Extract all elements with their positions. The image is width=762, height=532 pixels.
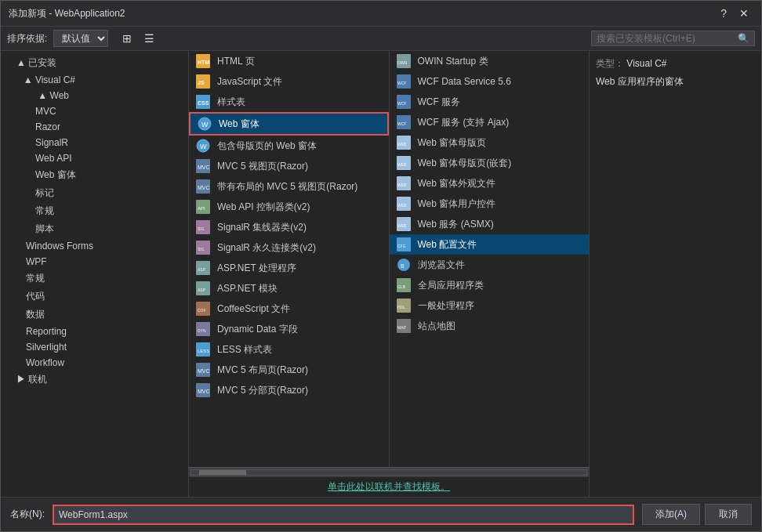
item-wcf-service[interactable]: WCF WCF 服务: [390, 92, 590, 112]
item-global[interactable]: GLB 全局应用程序类: [390, 275, 590, 295]
close-button[interactable]: ✕: [735, 5, 753, 21]
type-label: 类型：: [596, 58, 624, 69]
grid-view-button[interactable]: ⊞: [118, 30, 136, 47]
search-input[interactable]: [597, 33, 738, 44]
item-coffeescript[interactable]: COF CoffeeScript 文件: [189, 299, 389, 319]
sidebar-item-silverlight[interactable]: Silverlight: [1, 339, 188, 355]
wcf-icon: WCF: [396, 94, 412, 110]
item-label: HTML 页: [217, 55, 383, 68]
sidebar-item-code[interactable]: 代码: [1, 288, 188, 306]
item-aspnet-handler[interactable]: ASP ASP.NET 处理程序: [189, 258, 389, 278]
item-aspnet-module[interactable]: ASP ASP.NET 模块: [189, 278, 389, 299]
item-web-service[interactable]: WEB Web 服务 (ASMX): [390, 214, 590, 234]
sort-label: 排序依据:: [7, 32, 47, 45]
cancel-button[interactable]: 取消: [705, 504, 752, 525]
item-webapi-controller[interactable]: API Web API 控制器类(v2): [189, 197, 389, 217]
svg-text:CFG: CFG: [397, 244, 406, 248]
svg-text:MVC: MVC: [198, 368, 210, 374]
item-label: Web 窗体外观文件: [418, 177, 583, 190]
view-toggle: ⊞ ☰: [118, 30, 159, 47]
sidebar-item-webapi[interactable]: Web API: [1, 150, 188, 166]
item-web-form[interactable]: W Web 窗体: [189, 112, 389, 136]
svg-text:WEB: WEB: [397, 162, 407, 167]
list-view-button[interactable]: ☰: [140, 30, 159, 47]
mvc-partial-icon: MVC: [195, 382, 211, 398]
sidebar-item-general[interactable]: 常规: [1, 270, 188, 288]
sidebar-item-workflow[interactable]: Workflow: [1, 355, 188, 371]
sidebar-item-mvc[interactable]: MVC: [1, 103, 188, 119]
svg-text:W: W: [200, 143, 207, 150]
type-info: 类型： Visual C#: [596, 57, 755, 71]
css-icon: CSS: [195, 94, 211, 110]
item-web-master[interactable]: WEB Web 窗体母版页: [390, 132, 590, 153]
online-link[interactable]: 单击此处以联机并查找模板。: [328, 481, 450, 492]
sidebar-item-tags[interactable]: 标记: [1, 184, 188, 202]
item-sitemap[interactable]: MAP 站点地图: [390, 316, 590, 336]
sidebar-item-scripts[interactable]: 脚本: [1, 220, 188, 238]
sidebar-installed[interactable]: ▲ 已安装: [1, 54, 188, 72]
main-content: ▲ 已安装 ▲ Visual C# ▲ Web MVC Razor Signal…: [1, 51, 761, 497]
sort-select[interactable]: 默认值: [53, 30, 108, 47]
webform-icon: W: [197, 116, 212, 132]
help-button[interactable]: ?: [716, 5, 731, 21]
less-icon: LESS: [195, 342, 211, 357]
svg-text:MVC: MVC: [198, 389, 210, 394]
toolbar: 排序依据: 默认值 ⊞ ☰ 🔍: [1, 27, 761, 51]
item-label: SignalR 永久连接类(v2): [217, 241, 383, 255]
item-wcf-ajax[interactable]: WCF WCF 服务 (支持 Ajax): [390, 112, 590, 132]
item-web-skin[interactable]: WEB Web 窗体外观文件: [390, 173, 590, 194]
sidebar-item-common[interactable]: 常规: [1, 202, 188, 220]
sidebar-item-data[interactable]: 数据: [1, 306, 188, 324]
svg-text:W: W: [201, 121, 209, 128]
svg-text:WEB: WEB: [397, 223, 407, 228]
web-master-icon: WEB: [396, 135, 412, 150]
sidebar-item-razor[interactable]: Razor: [1, 119, 188, 135]
sidebar-item-reporting[interactable]: Reporting: [1, 324, 188, 339]
sidebar-web[interactable]: ▲ Web: [1, 88, 188, 103]
item-web-master-nested[interactable]: WEB Web 窗体母版页(嵌套): [390, 153, 590, 173]
desc-info: Web 应用程序的窗体: [596, 75, 755, 89]
item-webform-master[interactable]: W 包含母版页的 Web 窗体: [189, 136, 389, 156]
item-signalr-persistent[interactable]: SIG SignalR 永久连接类(v2): [189, 237, 389, 258]
horizontal-scrollbar[interactable]: [189, 467, 589, 476]
add-button[interactable]: 添加(A): [642, 504, 700, 525]
item-mvc5-layout[interactable]: MVC 带有布局的 MVC 5 视图页(Razor): [189, 176, 389, 197]
item-label: MVC 5 视图页(Razor): [217, 160, 383, 173]
online-label: ▶ 联机: [16, 373, 47, 386]
wcf-data-icon: WCF: [396, 74, 412, 89]
item-dynamic-data[interactable]: DYN Dynamic Data 字段: [189, 319, 389, 339]
item-less[interactable]: LESS LESS 样式表: [189, 339, 389, 360]
svg-text:JS: JS: [198, 80, 205, 85]
item-handler[interactable]: HDL 一般处理程序: [390, 295, 590, 316]
sitemap-icon: MAP: [396, 318, 412, 334]
svg-text:HDL: HDL: [397, 305, 405, 309]
item-label: 浏览器文件: [418, 259, 583, 272]
item-html-page[interactable]: HTML HTML 页: [189, 51, 389, 71]
item-web-config[interactable]: CFG Web 配置文件: [390, 234, 590, 255]
web-master-nested-icon: WEB: [396, 155, 412, 171]
installed-label: ▲ 已安装: [16, 56, 56, 70]
web-ctrl-icon: WEB: [396, 196, 412, 212]
item-wcf-data[interactable]: WCF WCF Data Service 5.6: [390, 71, 590, 92]
sidebar-item-signalr[interactable]: SignalR: [1, 135, 188, 150]
sidebar-item-winforms[interactable]: Windows Forms: [1, 238, 188, 254]
svg-text:DYN: DYN: [198, 328, 206, 333]
svg-text:ASP: ASP: [198, 288, 206, 292]
item-web-usercontrol[interactable]: WEB Web 窗体用户控件: [390, 194, 590, 214]
item-stylesheet[interactable]: CSS 样式表: [189, 92, 389, 112]
sidebar-item-wpf[interactable]: WPF: [1, 254, 188, 270]
item-label: CoffeeScript 文件: [217, 302, 383, 316]
item-label: Web 服务 (ASMX): [418, 218, 583, 231]
search-icon[interactable]: 🔍: [738, 33, 749, 44]
item-javascript[interactable]: JS JavaScript 文件: [189, 71, 389, 92]
name-input[interactable]: [54, 506, 633, 523]
sidebar-item-webforms[interactable]: Web 窗体: [1, 166, 188, 184]
item-owin[interactable]: OWN OWIN Startup 类: [390, 51, 590, 71]
sidebar-online[interactable]: ▶ 联机: [1, 371, 188, 389]
item-browser[interactable]: B 浏览器文件: [390, 255, 590, 275]
item-signalr-hub[interactable]: SIG SignalR 集线器类(v2): [189, 217, 389, 237]
item-mvc5-layout-page[interactable]: MVC MVC 5 布局页(Razor): [189, 360, 389, 380]
item-mvc5-partial[interactable]: MVC MVC 5 分部页(Razor): [189, 380, 389, 400]
sidebar-visual-csharp[interactable]: ▲ Visual C#: [1, 72, 188, 88]
item-mvc5-view[interactable]: MVC MVC 5 视图页(Razor): [189, 156, 389, 176]
